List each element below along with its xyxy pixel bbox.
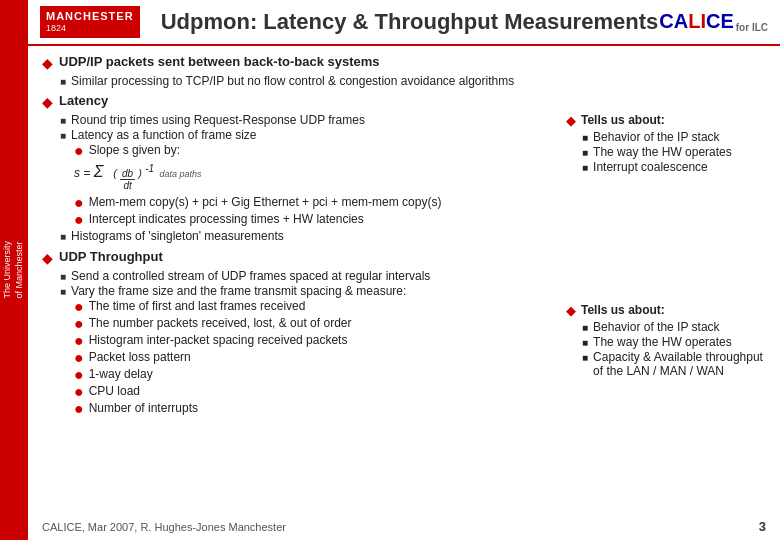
latency-sub1-bullet: ■	[60, 115, 66, 126]
latency-tells-text: Tells us about:	[581, 113, 665, 127]
latency-sub2: ■ Latency as a function of frame size	[60, 128, 556, 142]
throughput-sub1: ■ Send a controlled stream of UDP frames…	[60, 269, 556, 283]
side-strip: The University of Manchester	[0, 0, 28, 540]
throughput-dot1: ● The time of first and last frames rece…	[74, 299, 556, 315]
latency-slope-label: ● Slope s given by:	[74, 143, 556, 159]
throughput-tells-3: ■ Capacity & Available throughput of the…	[582, 350, 766, 378]
throughput-dot6-text: CPU load	[89, 384, 140, 398]
latency-col-right: ◆ Tells us about: ■ Behavior of the IP s…	[566, 113, 766, 175]
throughput-two-col: ■ Send a controlled stream of UDP frames…	[42, 269, 766, 418]
latency-sub3: ■ Histograms of 'singleton' measurements	[60, 229, 556, 243]
footer-text: CALICE, Mar 2007, R. Hughes-Jones Manche…	[42, 521, 286, 533]
throughput-dot6: ● CPU load	[74, 384, 556, 400]
throughput-tells-header: ◆ Tells us about:	[566, 303, 766, 318]
throughput-header: ◆ UDP Throughput	[42, 249, 766, 266]
latency-dot2-text: Intercept indicates processing times + H…	[89, 212, 364, 226]
latency-sub2-text: Latency as a function of frame size	[71, 128, 256, 142]
throughput-tells-3-text: Capacity & Available throughput of the L…	[593, 350, 766, 378]
latency-dot1-text: Mem-mem copy(s) + pci + Gig Ethernet + p…	[89, 195, 442, 209]
header-bar: MANCHESTER 1824 Udpmon: Latency & Throug…	[28, 0, 780, 46]
throughput-col-left: ■ Send a controlled stream of UDP frames…	[42, 269, 556, 418]
latency-slope-text: Slope s given by:	[89, 143, 180, 157]
page-title: Udpmon: Latency & Throughput Measurement…	[140, 9, 660, 35]
throughput-dot7: ● Number of interrupts	[74, 401, 556, 417]
latency-tells-3-text: Interrupt coalescence	[593, 160, 708, 174]
throughput-tells-1: ■ Behavior of the IP stack	[582, 320, 766, 334]
latency-tells-2: ■ The way the HW operates	[582, 145, 766, 159]
latency-sub3-text: Histograms of 'singleton' measurements	[71, 229, 284, 243]
latency-tells-1-text: Behavior of the IP stack	[593, 130, 720, 144]
udpip-bullet: ◆	[42, 55, 53, 71]
throughput-col-right: ◆ Tells us about: ■ Behavior of the IP s…	[566, 269, 766, 379]
calice-logo: CALICE for ILC	[659, 10, 768, 33]
udpip-sub1-text: Similar processing to TCP/IP but no flow…	[71, 74, 514, 88]
manchester-name: MANCHESTER	[46, 9, 134, 23]
side-text: The University of Manchester	[2, 241, 25, 299]
throughput-sub1-text: Send a controlled stream of UDP frames s…	[71, 269, 430, 283]
throughput-tells-2-text: The way the HW operates	[593, 335, 732, 349]
throughput-dot3: ● Histogram inter-packet spacing receive…	[74, 333, 556, 349]
latency-bullet: ◆	[42, 94, 53, 110]
udpip-title: UDP/IP packets sent between back-to-back…	[59, 54, 380, 69]
latency-sub1-text: Round trip times using Request-Response …	[71, 113, 365, 127]
latency-slope-dot: ●	[74, 143, 84, 159]
page-number: 3	[759, 519, 766, 534]
throughput-title: UDP Throughput	[59, 249, 163, 264]
throughput-dot7-text: Number of interrupts	[89, 401, 198, 415]
throughput-sub2: ■ Vary the frame size and the frame tran…	[60, 284, 556, 298]
latency-col-left: ■ Round trip times using Request-Respons…	[42, 113, 556, 244]
throughput-dot4: ● Packet loss pattern	[74, 350, 556, 366]
latency-tells-diamond: ◆	[566, 113, 576, 128]
footer: CALICE, Mar 2007, R. Hughes-Jones Manche…	[28, 519, 780, 534]
throughput-dot1-text: The time of first and last frames receiv…	[89, 299, 306, 313]
latency-tells-3: ■ Interrupt coalescence	[582, 160, 766, 174]
latency-two-col: ■ Round trip times using Request-Respons…	[42, 113, 766, 244]
throughput-bullet: ◆	[42, 250, 53, 266]
main-content: ◆ UDP/IP packets sent between back-to-ba…	[28, 46, 780, 431]
latency-title: Latency	[59, 93, 108, 108]
throughput-dot5: ● 1-way delay	[74, 367, 556, 383]
throughput-dot2-text: The number packets received, lost, & out…	[89, 316, 352, 330]
throughput-sub2-text: Vary the frame size and the frame transm…	[71, 284, 406, 298]
throughput-dot2: ● The number packets received, lost, & o…	[74, 316, 556, 332]
latency-dot2-bullet: ●	[74, 212, 84, 228]
latency-dot1: ● Mem-mem copy(s) + pci + Gig Ethernet +…	[74, 195, 556, 211]
latency-dot2: ● Intercept indicates processing times +…	[74, 212, 556, 228]
latency-section: ◆ Latency ■ Round trip times using Reque…	[42, 93, 766, 244]
latency-formula: s = Σ ( db dt ) -1 data paths	[74, 163, 556, 191]
latency-sub1: ■ Round trip times using Request-Respons…	[60, 113, 556, 127]
throughput-tells-text: Tells us about:	[581, 303, 665, 317]
manchester-year: 1824	[46, 23, 134, 35]
side-text-2: of Manchester	[14, 241, 24, 298]
throughput-tells-1-text: Behavior of the IP stack	[593, 320, 720, 334]
latency-header: ◆ Latency	[42, 93, 766, 110]
udpip-sub1-bullet: ■	[60, 76, 66, 87]
udpip-header: ◆ UDP/IP packets sent between back-to-ba…	[42, 54, 766, 71]
latency-sub2-bullet: ■	[60, 130, 66, 141]
latency-tells-1: ■ Behavior of the IP stack	[582, 130, 766, 144]
latency-dot1-bullet: ●	[74, 195, 84, 211]
throughput-dot3-text: Histogram inter-packet spacing received …	[89, 333, 348, 347]
latency-sub3-bullet: ■	[60, 231, 66, 242]
manchester-logo: MANCHESTER 1824	[40, 6, 140, 38]
udpip-sub1: ■ Similar processing to TCP/IP but no fl…	[60, 74, 766, 88]
throughput-dot5-text: 1-way delay	[89, 367, 153, 381]
throughput-dot4-text: Packet loss pattern	[89, 350, 191, 364]
throughput-tells-2: ■ The way the HW operates	[582, 335, 766, 349]
latency-tells-2-text: The way the HW operates	[593, 145, 732, 159]
udpip-section: ◆ UDP/IP packets sent between back-to-ba…	[42, 54, 766, 88]
throughput-section: ◆ UDP Throughput ■ Send a controlled str…	[42, 249, 766, 418]
side-text-1: The University	[2, 241, 12, 299]
latency-tells-header: ◆ Tells us about:	[566, 113, 766, 128]
